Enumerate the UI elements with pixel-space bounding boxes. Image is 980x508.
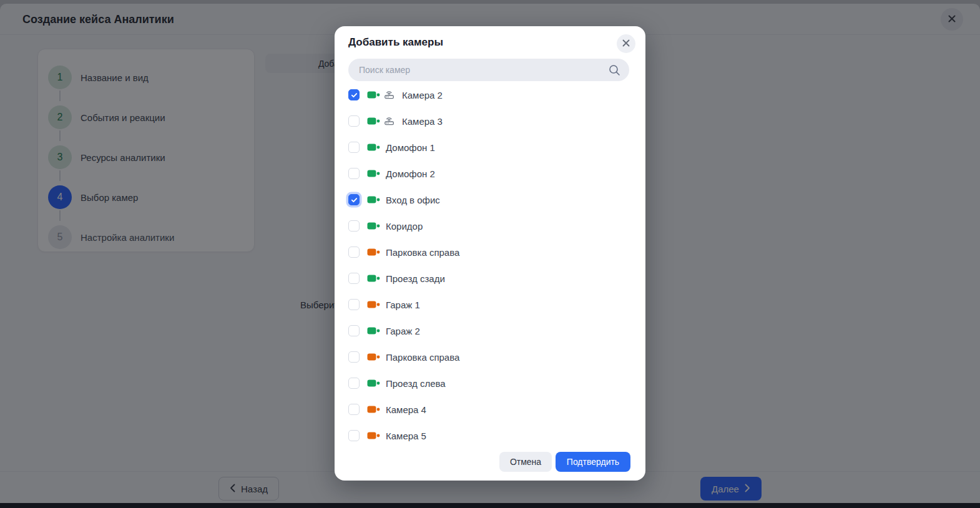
camera-list-item[interactable]: Проезд слева	[335, 370, 645, 396]
camera-list-item[interactable]: Парковка справа	[335, 239, 645, 265]
camera-list-item[interactable]: Парковка справа	[335, 344, 645, 370]
camera-checkbox[interactable]	[348, 220, 360, 232]
modal-close-button[interactable]	[617, 34, 635, 53]
camera-status-icon	[367, 221, 381, 231]
camera-name: Вход в офис	[386, 195, 440, 205]
camera-checkbox[interactable]	[348, 142, 360, 153]
modal-footer: Отмена Подтвердить	[335, 452, 645, 472]
camera-list-item[interactable]: Камера 2	[335, 82, 645, 108]
camera-status-icon	[367, 142, 381, 152]
camera-checkbox[interactable]	[348, 404, 360, 415]
camera-status-icon	[367, 300, 381, 310]
camera-list-item[interactable]: Гараж 1	[335, 291, 645, 318]
close-icon	[622, 39, 630, 49]
camera-list-item[interactable]: Вход в офис	[335, 187, 645, 213]
camera-name: Камера 5	[386, 431, 426, 441]
camera-list-item[interactable]: Проезд сзади	[335, 265, 645, 291]
camera-checkbox[interactable]	[348, 168, 360, 179]
camera-name: Проезд слева	[386, 378, 446, 389]
camera-name: Парковка справа	[386, 247, 459, 258]
camera-name: Домофон 1	[386, 142, 435, 153]
camera-name: Парковка справа	[386, 352, 459, 363]
camera-status-icon	[367, 431, 381, 441]
cloud-bridge-icon	[383, 114, 396, 129]
camera-search-input[interactable]	[348, 59, 629, 81]
cloud-bridge-icon	[383, 87, 396, 102]
camera-list: Камера 2 Камера 3 Домофон 1	[335, 82, 645, 449]
camera-checkbox[interactable]	[348, 247, 360, 258]
camera-status-icon	[367, 404, 381, 414]
modal-title: Добавить камеры	[348, 36, 443, 49]
camera-list-item[interactable]: Коридор	[335, 213, 645, 239]
camera-status-icon	[367, 273, 381, 283]
camera-status-icon	[367, 90, 381, 100]
cancel-button[interactable]: Отмена	[499, 452, 552, 472]
camera-status-icon	[367, 247, 381, 257]
camera-name: Коридор	[386, 221, 423, 232]
camera-status-icon	[367, 116, 381, 126]
camera-checkbox[interactable]	[348, 325, 360, 336]
camera-checkbox[interactable]	[348, 115, 360, 127]
check-icon	[350, 196, 358, 204]
camera-name: Проезд сзади	[386, 273, 445, 284]
camera-checkbox[interactable]	[348, 299, 360, 310]
camera-checkbox[interactable]	[348, 273, 360, 284]
camera-list-item[interactable]: Гараж 2	[335, 318, 645, 344]
camera-status-icon	[367, 352, 381, 362]
camera-status-icon	[367, 326, 381, 336]
camera-checkbox[interactable]	[348, 89, 360, 100]
camera-name: Гараж 2	[386, 326, 420, 336]
camera-name: Камера 2	[402, 90, 443, 100]
camera-list-item[interactable]: Камера 5	[335, 423, 645, 449]
camera-list-item[interactable]: Камера 3	[335, 108, 645, 134]
camera-name: Домофон 2	[386, 169, 435, 179]
check-icon	[350, 91, 358, 99]
camera-list-item[interactable]: Домофон 2	[335, 160, 645, 187]
camera-status-icon	[367, 378, 381, 388]
camera-status-icon	[367, 195, 381, 205]
camera-checkbox[interactable]	[348, 378, 360, 389]
confirm-button[interactable]: Подтвердить	[556, 452, 630, 472]
camera-checkbox[interactable]	[348, 430, 360, 441]
camera-checkbox[interactable]	[348, 194, 360, 205]
add-cameras-modal: Добавить камеры Камера 2	[335, 26, 645, 481]
camera-list-item[interactable]: Камера 4	[335, 396, 645, 423]
camera-name: Камера 3	[402, 116, 443, 127]
camera-name: Камера 4	[386, 404, 426, 415]
camera-search	[348, 59, 629, 81]
camera-list-item[interactable]: Домофон 1	[335, 134, 645, 160]
camera-name: Гараж 1	[386, 300, 420, 310]
camera-checkbox[interactable]	[348, 351, 360, 363]
camera-status-icon	[367, 169, 381, 178]
